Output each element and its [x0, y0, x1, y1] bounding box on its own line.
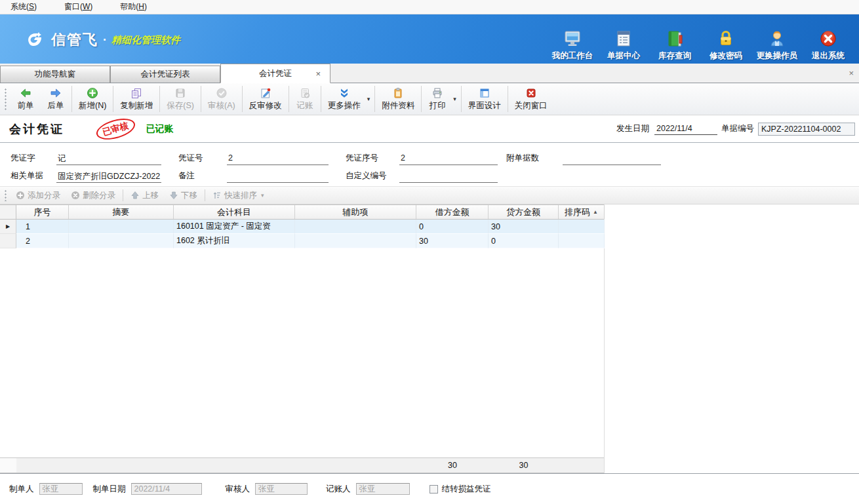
more-actions-dropdown-icon[interactable]: ▾ — [367, 96, 374, 102]
col-header-debit[interactable]: 借方金额 — [416, 205, 489, 219]
print-button[interactable]: 打印 — [422, 85, 452, 113]
close-window-button[interactable]: 关闭窗口 — [509, 85, 553, 113]
col-header-credit[interactable]: 贷方金额 — [489, 205, 559, 219]
ui-design-button[interactable]: 界面设计 — [462, 85, 507, 113]
toolbar-separator — [159, 86, 160, 112]
close-window-icon — [525, 87, 537, 99]
brand-dot: · — [103, 33, 107, 47]
cell-debit[interactable]: 0 — [416, 220, 489, 234]
unaudit-edit-icon — [260, 87, 271, 99]
nav-my-workbench[interactable]: 我的工作台 — [547, 29, 598, 62]
row-indicator-empty — [0, 234, 16, 248]
prev-doc-button[interactable]: 前单 — [10, 85, 41, 113]
footer-bar: 制单人 张亚 制单日期 2022/11/4 审核人 张亚 记账人 张亚 结转损益… — [0, 474, 859, 504]
cell-aux[interactable] — [295, 220, 416, 234]
col-header-account[interactable]: 会计科目 — [174, 205, 295, 219]
col-header-sortcode[interactable]: 排序码 ▲ — [559, 205, 605, 219]
occur-date-label: 发生日期 — [616, 123, 649, 134]
cell-seq[interactable]: 1 — [16, 220, 69, 234]
cell-credit[interactable]: 30 — [489, 220, 559, 234]
cell-account[interactable]: 160101 固定资产 - 固定资 — [174, 220, 295, 234]
attachment-button[interactable]: 附件资料 — [376, 85, 420, 113]
doc-number-field[interactable]: KJPZ-20221104-0002 — [758, 123, 855, 136]
cell-sortcode[interactable] — [559, 234, 605, 248]
entries-grid: 序号 摘要 会计科目 辅助项 借方金额 贷方金额 排序码 ▲ ▶ 1 16010… — [0, 204, 605, 473]
nav-switch-operator[interactable]: 更换操作员 — [751, 29, 803, 62]
col-header-aux[interactable]: 辅助项 — [295, 205, 416, 219]
brand-logo-icon — [24, 29, 46, 51]
cell-aux[interactable] — [295, 234, 416, 248]
cell-debit[interactable]: 30 — [416, 234, 489, 248]
menu-system[interactable]: 系统(S) — [7, 0, 41, 14]
transfer-profit-checkbox[interactable]: 结转损益凭证 — [429, 484, 491, 495]
tab-function-nav[interactable]: 功能导航窗 — [0, 66, 110, 83]
voucher-no-field[interactable]: 2 — [227, 153, 329, 165]
related-doc-label: 相关单据 — [10, 170, 56, 183]
nav-change-password[interactable]: 修改密码 — [700, 29, 751, 62]
toolbar-separator — [374, 86, 375, 112]
nav-exit-system[interactable]: 退出系统 — [803, 29, 854, 62]
menu-help[interactable]: 帮助(H) — [116, 0, 151, 14]
booked-status-badge: 已记账 — [146, 123, 174, 135]
tabstrip-close-icon[interactable]: × — [849, 68, 854, 78]
total-credit: 30 — [489, 458, 559, 473]
copy-add-button[interactable]: 复制新增 — [114, 85, 159, 113]
grid-header-row: 序号 摘要 会计科目 辅助项 借方金额 贷方金额 排序码 ▲ — [0, 204, 604, 220]
document-center-icon — [614, 29, 633, 48]
move-down-icon — [169, 191, 178, 200]
nav-document-center[interactable]: 单据中心 — [598, 29, 649, 62]
switch-operator-icon — [767, 29, 787, 48]
toolbar-grip[interactable] — [4, 88, 7, 110]
cell-sortcode[interactable] — [559, 220, 605, 234]
menu-window[interactable]: 窗口(W) — [60, 0, 96, 14]
grid-row-2[interactable]: 2 1602 累计折旧 30 0 — [0, 234, 604, 248]
col-header-seq[interactable]: 序号 — [16, 205, 69, 219]
checkbox-icon[interactable] — [429, 485, 438, 494]
add-entry-button: 添加分录 — [10, 190, 66, 201]
tab-close-icon[interactable]: × — [315, 69, 321, 79]
cell-account[interactable]: 1602 累计折旧 — [174, 234, 295, 248]
inventory-query-icon — [665, 29, 685, 48]
tab-voucher[interactable]: 会计凭证 × — [220, 64, 330, 83]
voucher-word-field[interactable]: 记 — [56, 153, 161, 165]
related-doc-field[interactable]: 固定资产折旧GDZCZJ-2022 — [56, 171, 161, 183]
remark-field[interactable] — [227, 171, 329, 183]
auditor-label: 审核人 — [226, 484, 250, 495]
cell-seq[interactable]: 2 — [16, 234, 69, 248]
grid-row-1[interactable]: ▶ 1 160101 固定资产 - 固定资 0 30 — [0, 220, 604, 234]
move-up-button: 上移 — [125, 190, 164, 201]
voucher-seq-field[interactable]: 2 — [399, 153, 498, 165]
occur-date-field[interactable]: 2022/11/4 — [654, 123, 717, 135]
main-toolbar: 前单 后单 新增(N) 复制新增 保存(S) 审核(A) 反审修改 记账 更多操… — [0, 83, 859, 115]
add-new-button[interactable]: 新增(N) — [73, 85, 112, 113]
document-title-row: 会计凭证 已审核 已记账 发生日期 2022/11/4 单据编号 KJPZ-20… — [0, 115, 859, 143]
more-actions-button[interactable]: 更多操作 — [322, 85, 367, 113]
custom-no-field[interactable] — [399, 171, 498, 183]
unaudit-edit-button[interactable]: 反审修改 — [243, 85, 288, 113]
app-header: 信管飞 · 精细化管理软件 我的工作台 — [0, 14, 859, 64]
move-up-icon — [130, 191, 140, 200]
audited-stamp: 已审核 — [94, 115, 137, 144]
row-indicator-icon: ▶ — [0, 220, 16, 234]
toolbar-separator — [71, 86, 72, 112]
attach-count-field[interactable] — [563, 153, 661, 165]
delete-entry-icon — [71, 191, 80, 200]
next-doc-button[interactable]: 后单 — [41, 85, 71, 113]
print-icon — [431, 87, 443, 99]
cell-credit[interactable]: 0 — [489, 234, 559, 248]
toolbar-separator — [289, 86, 289, 112]
entry-toolbar: 添加分录 删除分录 上移 下移 快速排序 ▾ — [0, 186, 859, 204]
nav-inventory-query[interactable]: 库存查询 — [649, 29, 700, 62]
brand-name: 信管飞 — [51, 30, 98, 50]
entry-toolbar-separator — [205, 189, 205, 201]
cell-summary[interactable] — [69, 220, 174, 234]
entry-toolbar-grip[interactable] — [4, 189, 7, 201]
toolbar-separator — [461, 86, 462, 112]
total-debit: 30 — [416, 458, 489, 473]
audit-button: 审核(A) — [202, 85, 241, 113]
sort-ascending-icon: ▲ — [593, 209, 598, 215]
cell-summary[interactable] — [69, 234, 174, 248]
tab-voucher-list[interactable]: 会计凭证列表 — [110, 66, 220, 83]
col-header-summary[interactable]: 摘要 — [69, 205, 174, 219]
print-dropdown-icon[interactable]: ▾ — [452, 96, 460, 102]
